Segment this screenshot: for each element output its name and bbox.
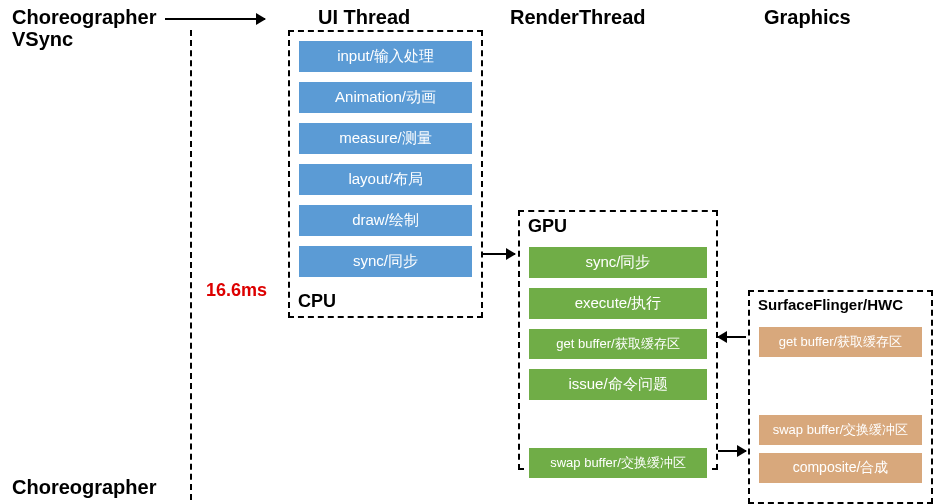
header-ui-thread: UI Thread [318,6,410,29]
gpu-title: GPU [528,216,567,237]
hwc-title: SurfaceFlinger/HWC [758,296,903,313]
header-vsync: VSync [12,28,73,51]
cpu-stage-input: input/输入处理 [298,40,473,73]
header-render-thread: RenderThread [510,6,646,29]
gpu-stage-sync: sync/同步 [528,246,708,279]
gpu-stage-getbuffer: get buffer/获取缓存区 [528,328,708,360]
gpu-stage-swapbuffer: swap buffer/交换缓冲区 [528,447,708,479]
arrow-hwc-getbuffer-to-gpu [718,336,746,338]
hwc-stage-getbuffer: get buffer/获取缓存区 [758,326,923,358]
cpu-stage-sync: sync/同步 [298,245,473,278]
frame-interval-label: 16.6ms [206,280,267,301]
hwc-stage-composite: composite/合成 [758,452,923,484]
cpu-stage-layout: layout/布局 [298,163,473,196]
cpu-title: CPU [298,291,336,312]
header-choreographer: Choreographer [12,6,156,29]
hwc-group: SurfaceFlinger/HWC get buffer/获取缓存区 swap… [748,290,933,504]
arrow-cpu-to-gpu [483,253,515,255]
hwc-stage-swapbuffer: swap buffer/交换缓冲区 [758,414,923,446]
footer-choreographer: Choreographer [12,476,156,499]
gpu-stage-execute: execute/执行 [528,287,708,320]
cpu-stage-measure: measure/测量 [298,122,473,155]
arrow-gpu-swap-to-hwc [718,450,746,452]
gpu-stage-issue: issue/命令问题 [528,368,708,401]
cpu-group: input/输入处理 Animation/动画 measure/测量 layou… [288,30,483,318]
arrow-choreographer-to-ui [165,18,265,20]
header-graphics: Graphics [764,6,851,29]
cpu-stage-draw: draw/绘制 [298,204,473,237]
cpu-stage-animation: Animation/动画 [298,81,473,114]
vsync-timeline [190,30,192,500]
gpu-group: GPU sync/同步 execute/执行 get buffer/获取缓存区 … [518,210,718,470]
